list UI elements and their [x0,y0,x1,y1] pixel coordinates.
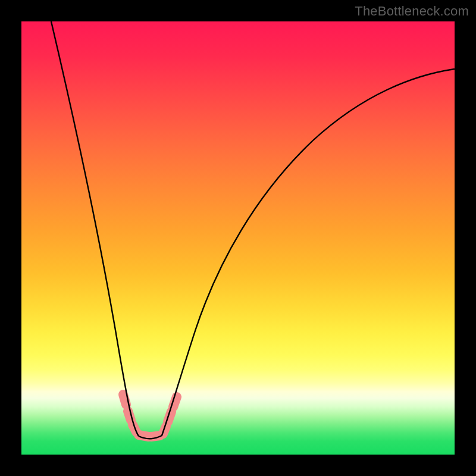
chart-frame: TheBottleneck.com [0,0,476,476]
right-curve [162,69,455,436]
watermark-text: TheBottleneck.com [355,4,469,19]
svg-line-0 [123,394,126,405]
left-curve [51,21,139,436]
plot-area [21,21,455,455]
curve-svg [21,21,455,455]
